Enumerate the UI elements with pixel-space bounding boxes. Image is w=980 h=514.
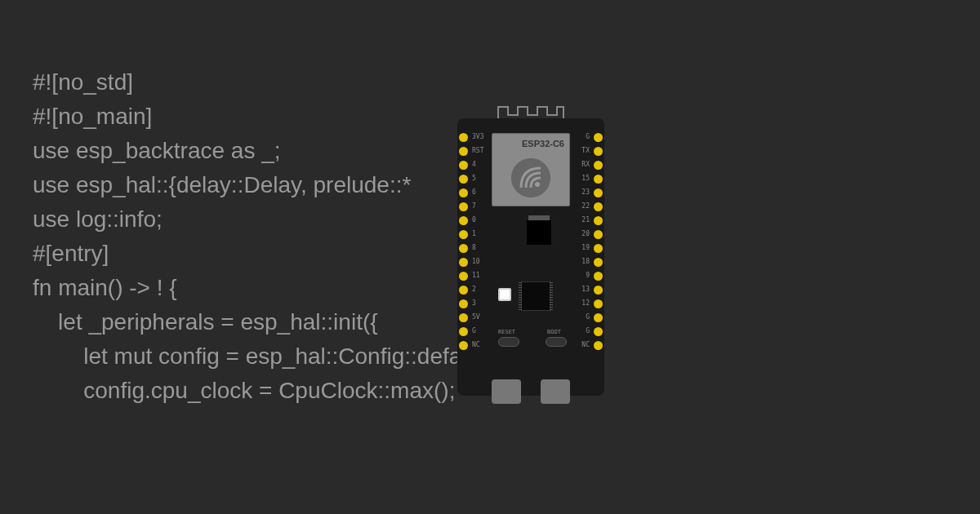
pin-hole[interactable]: [594, 299, 603, 308]
pin-label: 8: [472, 244, 476, 251]
pin-label: 13: [581, 286, 590, 293]
pin-hole[interactable]: [459, 147, 468, 156]
pin-hole[interactable]: [459, 230, 468, 239]
pin-hole[interactable]: [594, 327, 603, 336]
code-line: #[entry]: [33, 237, 507, 271]
code-line: let _peripherals = esp_hal::init({: [33, 305, 507, 339]
pin-hole[interactable]: [459, 258, 468, 267]
pin-label: 6: [472, 188, 476, 196]
pin-label: 3: [472, 299, 476, 307]
pin-label: 22: [581, 202, 590, 210]
chip-name-label: ESP32-C6: [522, 139, 564, 148]
code-line: #![no_std]: [33, 65, 507, 100]
pin-label: 19: [581, 244, 590, 251]
pin-label: 4: [472, 161, 476, 168]
pin-hole[interactable]: [594, 161, 603, 170]
reset-button[interactable]: [498, 337, 519, 347]
pin-label: 18: [581, 258, 590, 265]
pin-hole[interactable]: [459, 286, 468, 295]
pin-label: 2: [472, 286, 476, 293]
pin-hole[interactable]: [459, 299, 468, 308]
svg-point-1: [535, 182, 540, 187]
pin-label: NC: [472, 341, 480, 348]
led-icon: [498, 288, 511, 301]
pin-hole[interactable]: [594, 175, 603, 184]
pin-label: G: [586, 133, 590, 140]
code-line: use log::info;: [33, 202, 507, 237]
pin-hole[interactable]: [594, 286, 603, 295]
code-line: use esp_backtrace as _;: [33, 134, 507, 168]
pin-hole[interactable]: [459, 202, 468, 211]
pin-label: 5V: [472, 313, 480, 321]
pin-hole[interactable]: [594, 133, 603, 142]
pin-hole[interactable]: [594, 244, 603, 253]
pin-hole[interactable]: [594, 147, 603, 156]
pin-label: G: [472, 327, 476, 335]
pin-hole[interactable]: [594, 202, 603, 211]
antenna-icon: [490, 102, 572, 118]
usb-port-left-icon: [492, 379, 521, 404]
code-editor: #![no_std] #![no_main] use esp_backtrace…: [33, 65, 507, 408]
pin-hole[interactable]: [594, 258, 603, 267]
esp32-board[interactable]: ESP32-C6 RESET BOOT 3V3RST: [457, 118, 604, 420]
mcu-chip-icon: [521, 281, 550, 311]
pin-label: NC: [581, 341, 590, 348]
pcb-board: ESP32-C6 RESET BOOT 3V3RST: [457, 118, 604, 396]
pin-hole[interactable]: [459, 188, 468, 197]
pin-label: 7: [472, 202, 476, 210]
pin-hole[interactable]: [459, 175, 468, 184]
pin-label: 21: [581, 216, 590, 224]
pin-hole[interactable]: [594, 313, 603, 322]
boot-button[interactable]: [546, 337, 567, 347]
wifi-module: ESP32-C6: [492, 133, 570, 206]
pin-hole[interactable]: [459, 272, 468, 281]
code-line: config.cpu_clock = CpuClock::max();: [33, 374, 507, 408]
pin-label: TX: [581, 147, 590, 154]
pin-label: 1: [472, 230, 476, 237]
pin-hole[interactable]: [459, 244, 468, 253]
pin-hole[interactable]: [459, 327, 468, 336]
pin-hole[interactable]: [459, 341, 468, 350]
pin-hole[interactable]: [459, 216, 468, 225]
espressif-logo-icon: [511, 158, 550, 197]
pin-hole[interactable]: [594, 188, 603, 197]
code-line: #![no_main]: [33, 100, 507, 134]
code-line: let mut config = esp_hal::Config::defaul…: [33, 339, 507, 374]
boot-button-label: BOOT: [547, 329, 561, 335]
pin-hole[interactable]: [594, 230, 603, 239]
pin-hole[interactable]: [594, 341, 603, 350]
pin-label: 9: [586, 272, 590, 279]
pin-label: RST: [472, 147, 483, 154]
pin-label: 11: [472, 272, 480, 279]
pin-label: 12: [581, 299, 590, 307]
pin-hole[interactable]: [594, 272, 603, 281]
pin-label: 0: [472, 216, 476, 224]
code-line: use esp_hal::{delay::Delay, prelude::*: [33, 168, 507, 202]
pin-hole[interactable]: [459, 133, 468, 142]
pin-label: G: [586, 327, 590, 335]
usb-port-right-icon: [541, 379, 570, 404]
pin-hole[interactable]: [459, 161, 468, 170]
pin-hole[interactable]: [459, 313, 468, 322]
pin-label: 20: [581, 230, 590, 237]
pin-label: 15: [581, 175, 590, 182]
code-line: fn main() -> ! {: [33, 271, 507, 305]
pin-label: 10: [472, 258, 480, 265]
pin-label: RX: [581, 161, 590, 168]
pin-label: 3V3: [472, 133, 483, 140]
pin-row-left: [459, 133, 468, 350]
pin-hole[interactable]: [594, 216, 603, 225]
pin-label: 23: [581, 188, 590, 196]
pin-row-right: [594, 133, 603, 350]
pin-label: 5: [472, 175, 476, 182]
svg-point-0: [511, 158, 550, 197]
reset-button-label: RESET: [498, 329, 515, 335]
pin-label: G: [586, 313, 590, 321]
voltage-regulator-icon: [527, 220, 551, 245]
